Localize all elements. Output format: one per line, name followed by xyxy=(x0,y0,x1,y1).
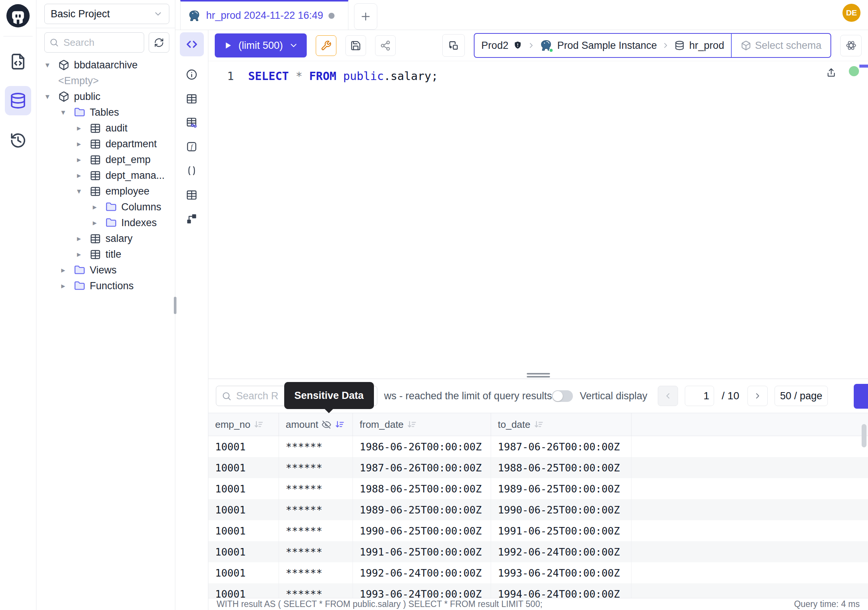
tree-item-audit[interactable]: ▸audit xyxy=(36,120,175,136)
sidebar-resize-handle[interactable] xyxy=(174,297,177,314)
tree-item-dept-emp[interactable]: ▸dept_emp xyxy=(36,152,175,168)
sort-icon[interactable] xyxy=(533,419,544,430)
tree-item-bbdataarchive[interactable]: ▾bbdataarchive xyxy=(36,57,175,73)
table-row[interactable]: 10001******1990-06-25T00:00:00Z1991-06-2… xyxy=(208,520,868,541)
cell-emp_no[interactable]: 10001 xyxy=(208,541,279,562)
cell-emp_no[interactable]: 10001 xyxy=(208,562,279,583)
cell-from_date[interactable]: 1993-06-24T00:00:00Z xyxy=(353,583,491,598)
tree-item-title[interactable]: ▸title xyxy=(36,247,175,262)
cell-to_date[interactable]: 1988-06-25T00:00:00Z xyxy=(491,457,631,478)
column-header-emp_no[interactable]: emp_no xyxy=(208,413,279,436)
column-header-to_date[interactable]: to_date xyxy=(491,413,631,436)
caret-down-icon[interactable]: ▾ xyxy=(77,187,90,196)
caret-right-icon[interactable]: ▸ xyxy=(77,155,90,164)
cell-amount[interactable]: ****** xyxy=(279,457,353,478)
schema-diagram-icon[interactable] xyxy=(186,213,197,225)
tree-item-indexes[interactable]: ▸Indexes xyxy=(36,215,175,231)
cell-emp_no[interactable]: 10001 xyxy=(208,457,279,478)
tree-item-salary[interactable]: ▸salary xyxy=(36,231,175,247)
sort-icon[interactable] xyxy=(335,419,345,430)
table-row[interactable]: 10001******1986-06-26T00:00:00Z1987-06-2… xyxy=(208,436,868,457)
next-page-button[interactable] xyxy=(747,386,768,406)
caret-right-icon[interactable]: ▸ xyxy=(77,124,90,133)
table-row[interactable]: 10001******1989-06-25T00:00:00Z1990-06-2… xyxy=(208,499,868,520)
cell-emp_no[interactable]: 10001 xyxy=(208,436,279,457)
cell-to_date[interactable]: 1992-06-24T00:00:00Z xyxy=(491,541,631,562)
cell-to_date[interactable]: 1989-06-25T00:00:00Z xyxy=(491,478,631,499)
tree-item-columns[interactable]: ▸Columns xyxy=(36,199,175,215)
export-button[interactable] xyxy=(854,384,868,409)
cell-amount[interactable]: ****** xyxy=(279,478,353,499)
caret-down-icon[interactable]: ▾ xyxy=(45,92,58,101)
cell-to_date[interactable]: 1987-06-26T00:00:00Z xyxy=(491,436,631,457)
tree-item-dept-mana[interactable]: ▸dept_mana... xyxy=(36,168,175,183)
cell-from_date[interactable]: 1992-06-24T00:00:00Z xyxy=(353,562,491,583)
cell-to_date[interactable]: 1994-06-24T00:00:00Z xyxy=(491,583,631,598)
save-button[interactable] xyxy=(346,35,366,56)
prev-page-button[interactable] xyxy=(658,386,678,406)
cell-from_date[interactable]: 1987-06-26T00:00:00Z xyxy=(353,457,491,478)
switch-connection-button[interactable] xyxy=(442,34,465,57)
cell-amount[interactable]: ****** xyxy=(279,583,353,598)
table-icon[interactable] xyxy=(186,93,197,104)
page-number-input[interactable]: 1 xyxy=(685,386,714,406)
cell-emp_no[interactable]: 10001 xyxy=(208,520,279,541)
caret-right-icon[interactable]: ▸ xyxy=(77,250,90,259)
cell-amount[interactable]: ****** xyxy=(279,436,353,457)
cell-from_date[interactable]: 1988-06-25T00:00:00Z xyxy=(353,478,491,499)
sort-icon[interactable] xyxy=(407,419,417,430)
cell-to_date[interactable]: 1993-06-24T00:00:00Z xyxy=(491,562,631,583)
eye-off-icon[interactable] xyxy=(321,419,332,430)
sort-icon[interactable] xyxy=(253,419,264,430)
upload-icon[interactable] xyxy=(826,67,837,78)
results-scrollbar[interactable] xyxy=(862,424,866,447)
column-header-from_date[interactable]: from_date xyxy=(353,413,491,436)
cell-from_date[interactable]: 1990-06-25T00:00:00Z xyxy=(353,520,491,541)
run-query-button[interactable]: (limit 500) xyxy=(215,33,307,57)
caret-right-icon[interactable]: ▸ xyxy=(77,234,90,243)
ai-assistant-button[interactable] xyxy=(840,35,862,56)
cell-from_date[interactable]: 1986-06-26T00:00:00Z xyxy=(353,436,491,457)
info-icon[interactable] xyxy=(186,69,197,81)
cell-emp_no[interactable]: 10001 xyxy=(208,499,279,520)
masked-table-icon[interactable] xyxy=(186,117,197,129)
sql-editor[interactable]: 1 SELECT * FROM public.salary; xyxy=(208,61,868,379)
connection-path[interactable]: Prod2 Prod Sample Instance h xyxy=(474,39,731,52)
page-size-select[interactable]: 50 / page xyxy=(775,386,828,406)
cell-to_date[interactable]: 1990-06-25T00:00:00Z xyxy=(491,499,631,520)
cell-amount[interactable]: ****** xyxy=(279,499,353,520)
function-icon[interactable]: f xyxy=(186,141,197,152)
cell-to_date[interactable]: 1991-06-25T00:00:00Z xyxy=(491,520,631,541)
vertical-display-toggle[interactable] xyxy=(552,390,573,402)
cell-from_date[interactable]: 1991-06-25T00:00:00Z xyxy=(353,541,491,562)
cell-from_date[interactable]: 1989-06-25T00:00:00Z xyxy=(353,499,491,520)
tree-item-employee[interactable]: ▾employee xyxy=(36,183,175,199)
cell-amount[interactable]: ****** xyxy=(279,541,353,562)
parentheses-icon[interactable] xyxy=(186,165,197,177)
select-schema[interactable]: Select schema xyxy=(731,34,831,57)
caret-down-icon[interactable]: ▾ xyxy=(45,61,58,70)
avatar[interactable]: DE xyxy=(842,4,860,22)
caret-right-icon[interactable]: ▸ xyxy=(61,265,74,275)
share-button[interactable] xyxy=(375,35,396,56)
new-tab-button[interactable] xyxy=(354,3,377,29)
bytebase-logo[interactable] xyxy=(6,3,30,28)
app-rail-database-button[interactable] xyxy=(5,86,31,115)
column-header-amount[interactable]: amount xyxy=(279,413,353,436)
editor-rail-code-button[interactable] xyxy=(180,32,204,56)
cell-emp_no[interactable]: 10001 xyxy=(208,583,279,598)
tree-item-empty[interactable]: <Empty> xyxy=(36,73,175,88)
tab-hr-prod[interactable]: hr_prod 2024-11-22 16:49 xyxy=(180,0,349,29)
tree-item-tables[interactable]: ▾Tables xyxy=(36,104,175,120)
table-icon[interactable] xyxy=(186,189,197,200)
tree-item-department[interactable]: ▸department xyxy=(36,136,175,152)
sidebar-search-input[interactable] xyxy=(63,36,139,49)
app-rail-file-code-button[interactable] xyxy=(5,47,31,76)
project-selector[interactable]: Basic Project xyxy=(44,4,169,24)
format-sql-button[interactable] xyxy=(316,35,336,56)
caret-down-icon[interactable]: ▾ xyxy=(61,108,74,117)
sidebar-search[interactable] xyxy=(44,32,144,53)
caret-right-icon[interactable]: ▸ xyxy=(77,139,90,148)
cell-amount[interactable]: ****** xyxy=(279,562,353,583)
table-row[interactable]: 10001******1991-06-25T00:00:00Z1992-06-2… xyxy=(208,541,868,562)
